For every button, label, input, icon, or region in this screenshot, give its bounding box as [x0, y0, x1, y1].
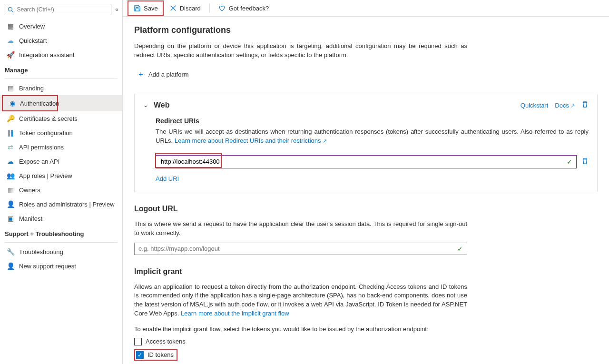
sidebar-item-new-support-request[interactable]: 👤New support request — [0, 259, 122, 273]
token-icon: ∥∥ — [7, 129, 14, 137]
api-icon: ⇄ — [7, 143, 14, 151]
chevron-down-icon[interactable]: ⌄ — [143, 102, 148, 108]
sidebar-item-quickstart[interactable]: ☁Quickstart — [0, 33, 122, 48]
access-tokens-checkbox[interactable] — [134, 338, 142, 345]
sidebar-item-token-configuration[interactable]: ∥∥Token configuration — [0, 126, 122, 140]
access-tokens-label: Access tokens — [146, 338, 186, 345]
sidebar-item-label: Quickstart — [19, 37, 47, 44]
highlight-authentication: ◉Authentication — [2, 95, 58, 111]
toolbar: Save Discard Got feedback? — [123, 0, 609, 17]
check-icon: ✓ — [567, 158, 572, 166]
support-icon: 👤 — [7, 262, 14, 270]
owners-icon: ▦ — [7, 186, 14, 194]
sidebar-item-label: Overview — [19, 23, 45, 30]
roles-icon: 👥 — [7, 172, 14, 179]
sidebar-item-label: New support request — [19, 263, 76, 270]
sidebar-item-label: App roles | Preview — [19, 172, 72, 179]
cloud-icon: ☁ — [7, 157, 14, 165]
sidebar-item-api-permissions[interactable]: ⇄API permissions — [0, 140, 122, 154]
web-docs-link[interactable]: Docs ↗ — [555, 102, 575, 109]
id-tokens-label: ID tokens — [147, 351, 174, 358]
wrench-icon: 🔧 — [7, 248, 14, 256]
sidebar-item-owners[interactable]: ▦Owners — [0, 183, 122, 197]
sidebar-item-app-roles-preview[interactable]: 👥App roles | Preview — [0, 168, 122, 183]
sidebar-item-label: Branding — [19, 85, 44, 92]
check-icon: ✓ — [457, 245, 463, 253]
save-icon — [133, 4, 141, 12]
logout-desc: This is where we send a request to have … — [134, 220, 467, 238]
section-support: Support + Troubleshooting — [0, 226, 122, 240]
save-button[interactable]: Save — [129, 2, 162, 14]
discard-label: Discard — [180, 5, 201, 12]
implicit-learn-link[interactable]: Learn more about the implicit grant flow — [181, 310, 289, 317]
sidebar-item-label: Integration assistant — [19, 51, 74, 59]
sidebar-item-integration-assistant[interactable]: 🚀Integration assistant — [0, 48, 122, 62]
web-quickstart-link[interactable]: Quickstart — [521, 102, 549, 109]
sidebar-item-branding[interactable]: ▤Branding — [0, 81, 122, 95]
redirect-uri-input[interactable] — [161, 158, 567, 165]
implicit-title: Implicit grant — [134, 267, 467, 276]
save-label: Save — [144, 5, 158, 12]
logout-url-input[interactable] — [138, 245, 457, 252]
sidebar-item-label: Token configuration — [19, 129, 73, 137]
search-box[interactable] — [4, 4, 111, 15]
search-input[interactable] — [17, 6, 108, 13]
sidebar-item-label: Owners — [19, 187, 40, 194]
sidebar: « ▦Overview☁Quickstart🚀Integration assis… — [0, 0, 123, 364]
close-icon — [169, 4, 177, 12]
sidebar-item-label: Expose an API — [19, 158, 59, 165]
sidebar-item-label: Manifest — [19, 215, 42, 222]
highlight-save: Save — [128, 0, 164, 16]
delete-platform-button[interactable] — [581, 101, 589, 109]
add-platform-button[interactable]: ＋ Add a platform — [134, 67, 192, 82]
overview-icon: ▦ — [7, 22, 14, 30]
discard-button[interactable]: Discard — [166, 2, 205, 14]
add-uri-link[interactable]: Add URI — [156, 175, 179, 182]
branding-icon: ▤ — [7, 84, 14, 92]
admins-icon: 👤 — [7, 200, 14, 208]
manifest-icon: ▣ — [7, 215, 14, 222]
key-icon: 🔑 — [7, 115, 14, 122]
redirect-learn-more-link[interactable]: Learn more about Redirect URIs and their… — [175, 137, 327, 144]
section-manage: Manage — [0, 62, 122, 77]
sidebar-item-manifest[interactable]: ▣Manifest — [0, 211, 122, 226]
id-tokens-checkbox[interactable]: ✓ — [136, 351, 144, 359]
logout-title: Logout URL — [134, 205, 467, 213]
logout-url-input-wrapper: ✓ — [134, 243, 467, 255]
sidebar-item-roles-and-administrators-preview[interactable]: 👤Roles and administrators | Preview — [0, 197, 122, 211]
external-link-icon: ↗ — [321, 138, 327, 144]
sidebar-item-expose-an-api[interactable]: ☁Expose an API — [0, 154, 122, 168]
sidebar-item-label: Troubleshooting — [19, 248, 63, 256]
external-link-icon: ↗ — [569, 103, 575, 108]
plus-icon: ＋ — [137, 69, 145, 79]
implicit-enable-desc: To enable the implicit grant flow, selec… — [134, 325, 467, 334]
search-icon — [7, 6, 14, 13]
sidebar-item-overview[interactable]: ▦Overview — [0, 19, 122, 33]
web-platform-card: ⌄ Web Quickstart Docs ↗ Redirect URIs Th… — [134, 94, 598, 192]
heart-icon — [218, 4, 226, 12]
collapse-sidebar-icon[interactable]: « — [115, 6, 118, 13]
auth-icon: ◉ — [10, 99, 15, 107]
feedback-label: Got feedback? — [229, 5, 269, 12]
highlight-id-tokens: ✓ ID tokens — [134, 349, 177, 361]
sidebar-item-label: Authentication — [20, 100, 59, 107]
rocket-icon: 🚀 — [7, 51, 14, 59]
sidebar-item-label: API permissions — [19, 144, 64, 151]
sidebar-item-troubleshooting[interactable]: 🔧Troubleshooting — [0, 245, 122, 259]
sidebar-item-certificates-secrets[interactable]: 🔑Certificates & secrets — [0, 111, 122, 126]
redirect-uris-title: Redirect URIs — [156, 117, 589, 125]
quickstart-icon: ☁ — [7, 37, 14, 44]
platform-title: Platform configurations — [134, 25, 598, 35]
add-platform-label: Add a platform — [148, 71, 189, 78]
svg-line-1 — [11, 10, 13, 12]
feedback-button[interactable]: Got feedback? — [215, 2, 273, 14]
sidebar-item-authentication[interactable]: ◉Authentication — [3, 96, 57, 110]
delete-uri-button[interactable] — [581, 157, 589, 166]
svg-point-0 — [8, 7, 12, 11]
sidebar-item-label: Certificates & secrets — [19, 115, 78, 122]
sidebar-item-label: Roles and administrators | Preview — [19, 201, 115, 208]
platform-desc: Depending on the platform or device this… — [134, 42, 467, 60]
web-title: Web — [154, 101, 169, 109]
redirect-uri-input-wrapper: ✓ — [156, 155, 577, 168]
sidebar-item-authentication-row[interactable]: ◉Authentication — [0, 95, 122, 111]
